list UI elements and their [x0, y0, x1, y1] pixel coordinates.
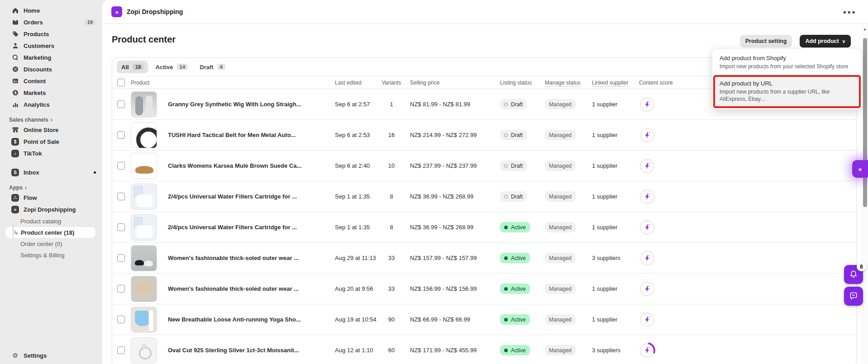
manage-status-badge: Managed — [545, 161, 576, 171]
content-icon — [11, 77, 19, 85]
sidebar-item-orders[interactable]: Orders 19 — [0, 16, 102, 28]
listing-status-badge: Active — [500, 345, 530, 355]
variants-count: 33 — [380, 255, 403, 261]
sidebar-item-discounts[interactable]: Discounts — [0, 63, 102, 75]
column-linked-supplier[interactable]: Linked supplier — [592, 80, 629, 87]
last-edited: Aug 12 at 1:10 — [335, 347, 380, 354]
product-title[interactable]: 2/4/pcs Universal Water Filters Cartridg… — [168, 193, 335, 200]
linked-supplier[interactable]: 3 suppliers — [592, 347, 639, 354]
sidebar-item-products[interactable]: Products — [0, 28, 102, 40]
linked-supplier[interactable]: 1 supplier — [592, 162, 639, 169]
sidebar-item-home[interactable]: Home — [0, 5, 102, 16]
sidebar-item-markets[interactable]: $ Markets — [0, 87, 102, 99]
content-score-icon[interactable] — [640, 251, 654, 265]
sidebar-item-online-store[interactable]: Online Store — [0, 124, 102, 136]
selling-price: NZ$ 66.99 - NZ$ 66.99 — [403, 316, 500, 323]
product-thumbnail — [131, 214, 157, 241]
table-row[interactable]: Clarks Womens Karsea Mule Brown Suede Ca… — [112, 151, 856, 181]
linked-supplier[interactable]: 1 supplier — [592, 224, 639, 231]
linked-supplier[interactable]: 1 supplier — [592, 285, 639, 292]
add-product-button[interactable]: Add product ∨ — [800, 35, 851, 47]
menu-item-add-from-shopify[interactable]: Add product from Shopify Import new prod… — [715, 52, 859, 73]
product-title[interactable]: New Breathable Loose Anti-running Yoga S… — [168, 316, 335, 323]
content-score-icon[interactable] — [640, 159, 654, 173]
row-checkbox[interactable] — [117, 285, 125, 293]
listing-status-badge: Draft — [500, 191, 527, 202]
table-row[interactable]: New Breathable Loose Anti-running Yoga S… — [112, 304, 856, 335]
variants-count: 10 — [380, 162, 403, 169]
column-manage-status[interactable]: Manage status — [545, 80, 581, 87]
sidebar-item-analytics[interactable]: Analytics — [0, 99, 102, 110]
table-row[interactable]: TUSHI Hard Tactical Belt for Men Metal A… — [112, 120, 856, 151]
last-edited: Aug 19 at 10:54 — [335, 316, 380, 323]
linked-supplier[interactable]: 1 supplier — [592, 193, 639, 200]
row-checkbox[interactable] — [117, 193, 125, 200]
row-checkbox[interactable] — [117, 346, 125, 354]
linked-supplier[interactable]: 1 supplier — [592, 316, 639, 323]
sidebar-item-settings[interactable]: ⚙ Settings — [0, 350, 102, 361]
content-score-icon[interactable] — [640, 312, 654, 327]
product-title[interactable]: Women's fashionable thick-soled outer we… — [168, 255, 335, 261]
sidebar-item-point-of-sale[interactable]: $ Point of Sale — [0, 136, 102, 147]
scrollbar-up-arrow[interactable]: ▲ — [863, 27, 867, 31]
tab-draft[interactable]: Draft 4 — [195, 61, 230, 73]
apps-header[interactable]: Apps › — [0, 184, 102, 192]
menu-item-add-by-url[interactable]: Add product by URL Import new products f… — [715, 77, 859, 106]
product-title[interactable]: Oval Cut 925 Sterling Silver 1ct-3ct Moi… — [168, 347, 335, 354]
tab-all[interactable]: All 18 — [117, 61, 148, 73]
linked-supplier[interactable]: 3 suppliers — [592, 255, 639, 261]
sidebar-item-order-center[interactable]: Order center (0) — [5, 238, 95, 249]
chat-button[interactable] — [844, 287, 863, 306]
product-title[interactable]: Women's fashionable thick-soled outer we… — [168, 285, 335, 292]
manage-status-badge: Managed — [545, 99, 576, 109]
subnav-arrow-icon: ↳ — [14, 229, 19, 236]
overflow-menu-icon[interactable]: ●●● — [843, 9, 856, 15]
linked-supplier[interactable]: 1 supplier — [592, 132, 639, 138]
row-checkbox[interactable] — [117, 131, 125, 139]
sidebar-item-product-catalog[interactable]: Product catalog — [5, 216, 95, 227]
select-all-checkbox[interactable] — [117, 79, 125, 86]
row-checkbox[interactable] — [117, 223, 125, 231]
sidebar-item-settings-billing[interactable]: Settings & Billing — [5, 250, 95, 260]
sidebar-item-content[interactable]: Content — [0, 75, 102, 87]
selling-price: NZ$ 36.99 - NZ$ 268.99 — [403, 193, 500, 200]
row-checkbox[interactable] — [117, 316, 125, 323]
table-row[interactable]: 2/4/pcs Universal Water Filters Cartridg… — [112, 212, 856, 243]
product-setting-button[interactable]: Product setting — [740, 35, 792, 47]
sidebar-item-marketing[interactable]: Marketing — [0, 52, 102, 63]
row-checkbox[interactable] — [117, 162, 125, 170]
table-row[interactable]: Oval Cut 925 Sterling Silver 1ct-3ct Moi… — [112, 335, 856, 364]
sidebar-item-customers[interactable]: Customers — [0, 40, 102, 52]
page-title: Product center — [112, 34, 176, 45]
sales-channels-header[interactable]: Sales channels › — [0, 116, 102, 124]
content-score-icon[interactable] — [640, 97, 654, 112]
product-title[interactable]: TUSHI Hard Tactical Belt for Men Metal A… — [168, 132, 335, 138]
sidebar-item-product-center[interactable]: ↳ Product center (18) — [5, 227, 95, 238]
content-score-icon[interactable] — [640, 220, 654, 235]
sidebar-item-flow[interactable]: ∴ Flow — [0, 192, 102, 203]
svg-text:$: $ — [14, 91, 17, 95]
table-row[interactable]: Women's fashionable thick-soled outer we… — [112, 274, 856, 304]
sidebar-item-inbox[interactable]: S Inbox — [0, 166, 102, 178]
product-title[interactable]: Granny Grey Synthetic Wig With Long Stra… — [168, 101, 335, 108]
content-score-icon[interactable] — [640, 128, 654, 142]
content-score-progress-icon[interactable] — [640, 343, 654, 358]
table-row[interactable]: Women's fashionable thick-soled outer we… — [112, 243, 856, 274]
linked-supplier[interactable]: 1 supplier — [592, 101, 639, 108]
product-title[interactable]: Clarks Womens Karsea Mule Brown Suede Ca… — [168, 162, 335, 169]
scrollbar-thumb[interactable] — [863, 38, 867, 207]
sidebar-item-zopi[interactable]: » Zopi Dropshipping — [0, 203, 102, 215]
content-score-icon[interactable] — [640, 189, 654, 204]
selling-price: NZ$ 81.99 - NZ$ 81.99 — [403, 101, 500, 108]
product-title[interactable]: 2/4/pcs Universal Water Filters Cartridg… — [168, 224, 335, 231]
content-score-icon[interactable] — [640, 282, 654, 296]
listing-status-badge: Draft — [500, 161, 527, 171]
flow-icon: ∴ — [11, 194, 19, 202]
row-checkbox[interactable] — [117, 100, 125, 108]
zopi-side-tab[interactable]: » — [852, 160, 868, 178]
sidebar-item-tiktok[interactable]: ♪ TikTok — [0, 147, 102, 159]
notifications-button[interactable]: 6 — [844, 265, 863, 284]
tab-active[interactable]: Active 14 — [151, 61, 192, 73]
row-checkbox[interactable] — [117, 254, 125, 262]
table-row[interactable]: 2/4/pcs Universal Water Filters Cartridg… — [112, 181, 856, 212]
